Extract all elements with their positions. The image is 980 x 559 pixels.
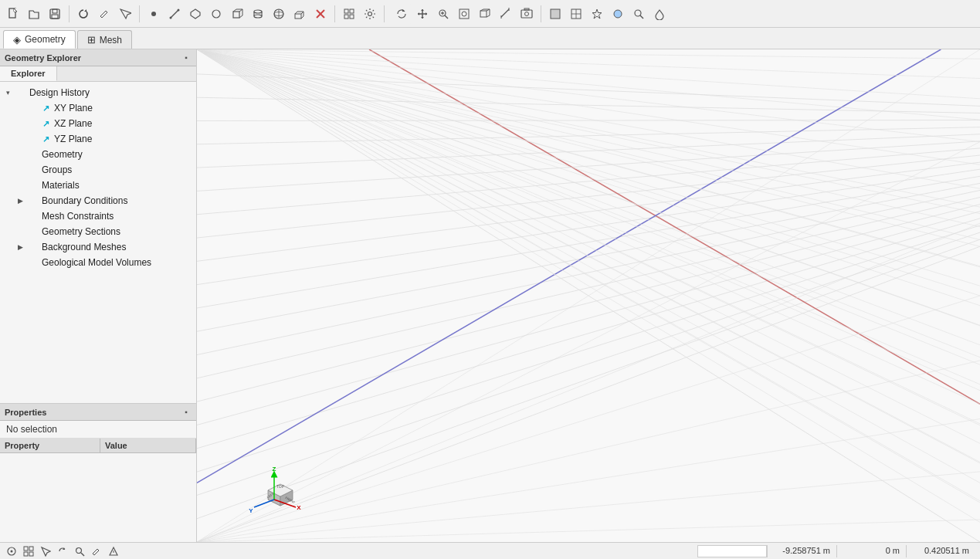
tree-item-materials[interactable]: Materials <box>0 178 196 193</box>
tree-item-background-meshes[interactable]: ▶ Background Meshes <box>0 239 196 255</box>
svg-point-72 <box>76 547 82 553</box>
tree-item-groups[interactable]: Groups <box>0 162 196 178</box>
toggle-boundary-conditions[interactable]: ▶ <box>15 196 25 205</box>
tree-item-xy-plane[interactable]: ↗ XY Plane <box>0 100 196 116</box>
status-icon-6[interactable] <box>90 544 103 558</box>
icon-geometry <box>28 149 39 160</box>
coord-input[interactable] <box>697 545 767 557</box>
status-icon-1[interactable] <box>5 544 19 558</box>
rotate-button[interactable] <box>392 4 412 24</box>
prop-col-property: Property <box>0 439 100 452</box>
search-button[interactable] <box>629 4 649 24</box>
status-icon-7[interactable] <box>107 544 120 558</box>
open-button[interactable] <box>24 4 44 24</box>
status-icon-2[interactable] <box>22 544 36 558</box>
sphere-button[interactable] <box>269 4 289 24</box>
label-geometry-sections: Geometry Sections <box>42 226 196 237</box>
svg-line-74 <box>93 554 94 555</box>
new-button[interactable] <box>3 4 23 24</box>
tree-item-boundary-conditions[interactable]: ▶ Boundary Conditions <box>0 193 196 208</box>
tree-item-mesh-constraints[interactable]: Mesh Constraints <box>0 208 196 224</box>
line-button[interactable] <box>164 4 185 24</box>
svg-rect-27 <box>344 15 348 19</box>
icon-mesh-constraints <box>28 211 39 222</box>
cylinder-button[interactable] <box>248 4 268 24</box>
tree: ▾ Design History ↗ XY Plane ↗ XZ Plane <box>0 82 196 403</box>
label-materials: Materials <box>42 180 196 191</box>
coord-z: 0.420511 m <box>906 545 975 557</box>
settings-button[interactable] <box>360 4 380 24</box>
svg-point-8 <box>170 16 172 19</box>
measure-button[interactable] <box>496 4 516 24</box>
status-icon-5[interactable] <box>73 544 86 558</box>
svg-point-9 <box>178 8 180 11</box>
drop-button[interactable] <box>649 4 670 24</box>
arrow-button[interactable] <box>115 4 135 24</box>
svg-line-62 <box>254 500 274 507</box>
svg-text:TOP: TOP <box>276 484 285 489</box>
svg-rect-3 <box>53 9 57 13</box>
box-button[interactable] <box>227 4 247 24</box>
zoom-button[interactable] <box>433 4 453 24</box>
svg-point-51 <box>635 10 641 16</box>
circle-button[interactable] <box>206 4 226 24</box>
fit-button[interactable] <box>454 4 474 24</box>
display2-button[interactable] <box>566 4 586 24</box>
svg-marker-48 <box>592 9 602 19</box>
svg-text:Y: Y <box>249 507 253 514</box>
icon-design-history <box>15 87 26 98</box>
icon-materials <box>28 180 39 191</box>
label-xy-plane: XY Plane <box>54 103 196 113</box>
display-tools <box>545 4 670 24</box>
tree-item-geological-model-volumes[interactable]: Geological Model Volumes <box>0 255 196 270</box>
extrude-button[interactable] <box>290 4 310 24</box>
label-geometry: Geometry <box>42 149 196 160</box>
explorer-sub-tab-explorer[interactable]: Explorer <box>0 66 57 81</box>
toggle-background-meshes[interactable]: ▶ <box>15 242 25 252</box>
pencil-button[interactable] <box>94 4 114 24</box>
icon-geological-model-volumes <box>28 257 39 268</box>
tab-geometry[interactable]: ◈ Geometry <box>3 30 76 49</box>
grid-button[interactable] <box>339 4 359 24</box>
axis-gizmo: TOP LEFT FRONT Z X Y <box>243 457 305 519</box>
delete-button[interactable] <box>310 4 331 24</box>
tree-item-geometry-sections[interactable]: Geometry Sections <box>0 224 196 239</box>
polygon-button[interactable] <box>185 4 205 24</box>
properties-collapse-icon[interactable]: ▪ <box>181 407 192 418</box>
explorer-header: Geometry Explorer ▪ <box>0 49 196 66</box>
explorer-tabs: Explorer <box>0 66 196 82</box>
svg-line-7 <box>171 10 178 18</box>
label-mesh-constraints: Mesh Constraints <box>42 211 196 222</box>
viewport[interactable]: TOP LEFT FRONT Z X Y <box>197 49 980 542</box>
tab-mesh[interactable]: ⊞ Mesh <box>77 30 132 49</box>
svg-point-67 <box>11 550 13 552</box>
sep5 <box>541 5 541 22</box>
svg-point-17 <box>254 15 262 18</box>
star-button[interactable] <box>587 4 607 24</box>
svg-rect-21 <box>295 14 301 19</box>
screenshot-button[interactable] <box>517 4 537 24</box>
tree-item-geometry[interactable]: Geometry <box>0 147 196 162</box>
svg-rect-25 <box>344 9 348 13</box>
status-icon-3[interactable] <box>39 544 53 558</box>
toggle-geometry <box>15 150 25 159</box>
pan-button[interactable] <box>412 4 432 24</box>
tree-item-xz-plane[interactable]: ↗ XZ Plane <box>0 116 196 131</box>
display1-button[interactable] <box>545 4 565 24</box>
status-icon-4[interactable] <box>56 544 70 558</box>
point-button[interactable] <box>144 4 164 24</box>
toggle-design-history[interactable]: ▾ <box>3 88 12 97</box>
label-boundary-conditions: Boundary Conditions <box>42 195 196 206</box>
view3d-button[interactable] <box>475 4 495 24</box>
sep1 <box>69 5 70 22</box>
tree-item-design-history[interactable]: ▾ Design History <box>0 85 196 100</box>
svg-point-6 <box>151 12 156 16</box>
refresh-button[interactable] <box>73 4 93 24</box>
tab-mesh-label: Mesh <box>100 35 122 46</box>
svg-line-73 <box>81 553 84 556</box>
tree-item-yz-plane[interactable]: ↗ YZ Plane <box>0 131 196 147</box>
explorer-collapse-icon[interactable]: ▪ <box>181 53 192 63</box>
save-button[interactable] <box>45 4 65 24</box>
left-panel: Geometry Explorer ▪ Explorer ▾ Design Hi… <box>0 49 197 542</box>
circle2-button[interactable] <box>608 4 628 24</box>
